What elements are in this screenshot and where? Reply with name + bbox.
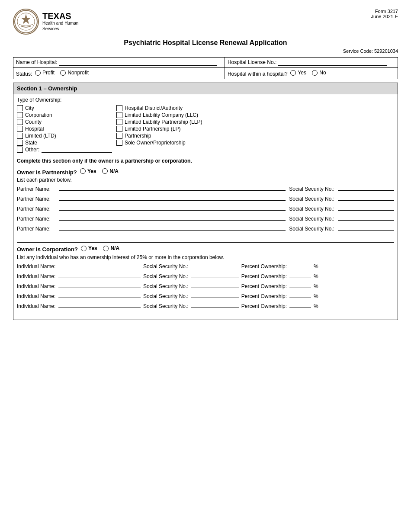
ind-name-label-3: Individual Name: [17, 283, 56, 289]
partnership-na-option[interactable]: N/A [102, 168, 119, 174]
partner-name-input-3[interactable] [59, 205, 286, 211]
nonprofit-label: Nonprofit [67, 70, 89, 76]
limited-checkbox[interactable] [17, 133, 23, 139]
partner-name-input-5[interactable] [59, 224, 286, 231]
ind-pct-input-3[interactable] [289, 282, 311, 288]
ind-pct-input-2[interactable] [289, 272, 311, 278]
nonprofit-radio[interactable] [60, 70, 66, 76]
other-checkbox[interactable] [17, 147, 23, 153]
corporation-na-label: N/A [110, 245, 119, 251]
ownership-corporation[interactable]: Corporation [17, 112, 112, 119]
partnership-yes-option[interactable]: Yes [80, 168, 96, 174]
logo-area: TEXAS Health and Human Services [13, 9, 78, 35]
partner-name-label-1: Partner Name: [17, 186, 56, 192]
ind-name-input-5[interactable] [58, 302, 141, 308]
hospital-within-no-radio[interactable] [312, 70, 318, 76]
hospital-license-input[interactable] [278, 59, 387, 66]
ind-ssn-label-2: Social Security No.: [143, 273, 189, 279]
ind-name-input-1[interactable] [58, 262, 141, 268]
ssn-input-3[interactable] [338, 205, 394, 211]
ownership-llc[interactable]: Limited Liability Company (LLC) [116, 112, 394, 119]
hospital-within-yes-label: Yes [298, 70, 306, 76]
ssn-input-5[interactable] [338, 224, 394, 231]
ownership-county[interactable]: County [17, 119, 112, 125]
ssn-label-5: Social Security No.: [289, 226, 334, 232]
ownership-other[interactable]: Other: [17, 146, 112, 153]
llc-checkbox[interactable] [116, 112, 122, 118]
sole-owner-checkbox[interactable] [116, 140, 122, 146]
llp-checkbox[interactable] [116, 119, 122, 125]
profit-option[interactable]: Profit [35, 70, 55, 76]
logo-texas: TEXAS [42, 12, 78, 20]
ownership-partnership[interactable]: Partnership [116, 132, 394, 139]
ownership-city[interactable]: City [17, 105, 112, 112]
hospital-district-checkbox[interactable] [116, 105, 122, 111]
hospital-within-no-option[interactable]: No [312, 70, 326, 76]
hospital-within-yes-option[interactable]: Yes [290, 70, 306, 76]
individual-row-2: Individual Name: Social Security No.: Pe… [17, 272, 394, 279]
lp-checkbox[interactable] [116, 126, 122, 132]
nonprofit-option[interactable]: Nonprofit [60, 70, 89, 76]
hospital-checkbox[interactable] [17, 126, 23, 132]
corporation-section: Owner is Corporation? Yes N/A List any i… [17, 242, 394, 317]
ind-name-label-4: Individual Name: [17, 293, 56, 299]
service-code-value: 529201034 [374, 48, 398, 54]
ownership-limited[interactable]: Limited (LTD) [17, 132, 112, 139]
ownership-hospital-district[interactable]: Hospital District/Authority [116, 105, 394, 112]
partnership-yes-label: Yes [87, 168, 96, 174]
partnership-label: Partnership [125, 133, 151, 139]
corporation-na-radio[interactable] [103, 246, 109, 251]
pct-sign-4: % [314, 293, 318, 299]
ind-ssn-input-1[interactable] [191, 262, 239, 268]
ownership-lp[interactable]: Limited Partnership (LP) [116, 125, 394, 132]
partnership-checkbox[interactable] [116, 133, 122, 139]
ssn-input-1[interactable] [338, 185, 394, 191]
corporation-na-option[interactable]: N/A [103, 245, 119, 251]
ind-pct-input-5[interactable] [289, 302, 311, 308]
ind-ssn-input-3[interactable] [191, 282, 239, 288]
ownership-col1: City Corporation County Hospital Limited… [17, 105, 112, 153]
profit-radio[interactable] [35, 70, 41, 76]
partner-name-input-4[interactable] [59, 215, 286, 221]
ownership-state[interactable]: State [17, 139, 112, 146]
county-label: County [25, 119, 42, 125]
ownership-llp[interactable]: Limited Liability Partnership (LLP) [116, 119, 394, 125]
ind-name-input-4[interactable] [58, 292, 141, 298]
ssn-input-4[interactable] [338, 215, 394, 221]
ind-ssn-input-5[interactable] [191, 302, 239, 308]
pct-sign-1: % [314, 263, 318, 269]
county-checkbox[interactable] [17, 119, 23, 125]
ownership-grid: City Corporation County Hospital Limited… [17, 105, 394, 153]
section1-body: Type of Ownership: City Corporation Coun… [13, 94, 398, 320]
partner-row-2: Partner Name: Social Security No.: [17, 195, 394, 202]
service-code-label: Service Code: [343, 48, 373, 54]
owner-partnership-question: Owner is Partnership? Yes N/A [17, 168, 394, 176]
corporation-checkbox[interactable] [17, 112, 23, 118]
ind-ssn-input-4[interactable] [191, 292, 239, 298]
corporation-yes-option[interactable]: Yes [81, 245, 97, 251]
partner-name-input-1[interactable] [59, 185, 286, 191]
ind-name-input-2[interactable] [58, 272, 141, 278]
profit-label: Profit [42, 70, 55, 76]
ind-name-label-1: Individual Name: [17, 263, 56, 269]
hospital-name-input[interactable] [59, 59, 217, 66]
ind-pct-input-1[interactable] [289, 262, 311, 268]
ownership-sole-owner[interactable]: Sole Owner/Proprietorship [116, 139, 394, 146]
partnership-yes-radio[interactable] [80, 168, 86, 174]
ssn-input-2[interactable] [338, 195, 394, 201]
hospital-within-yes-radio[interactable] [290, 70, 296, 76]
state-checkbox[interactable] [17, 140, 23, 146]
individual-row-5: Individual Name: Social Security No.: Pe… [17, 302, 394, 309]
ind-name-input-3[interactable] [58, 282, 141, 288]
ownership-hospital[interactable]: Hospital [17, 125, 112, 132]
ind-pct-label-1: Percent Ownership: [241, 263, 287, 269]
ind-pct-input-4[interactable] [289, 292, 311, 298]
city-checkbox[interactable] [17, 105, 23, 111]
ind-ssn-label-4: Social Security No.: [143, 293, 189, 299]
partner-name-input-2[interactable] [59, 195, 286, 201]
corporation-yes-radio[interactable] [81, 246, 87, 251]
partner-row-5: Partner Name: Social Security No.: [17, 224, 394, 232]
partnership-na-radio[interactable] [102, 168, 108, 174]
ind-ssn-input-2[interactable] [191, 272, 239, 278]
ssn-label-3: Social Security No.: [289, 206, 334, 212]
